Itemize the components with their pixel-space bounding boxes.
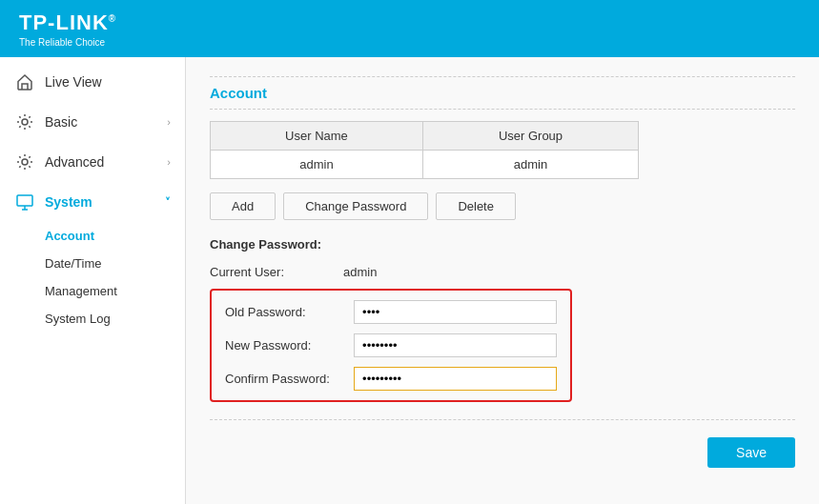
header: TP-LINK® The Reliable Choice: [0, 0, 819, 57]
sidebar-subitem-management[interactable]: Management: [45, 277, 185, 305]
old-password-label: Old Password:: [225, 305, 354, 319]
sidebar-item-live-view[interactable]: Live View: [0, 62, 185, 102]
chevron-down-icon: ˅: [165, 196, 171, 209]
trademark: ®: [109, 12, 116, 23]
sidebar-item-system[interactable]: System ˅: [0, 182, 185, 222]
col-username: User Name: [211, 122, 423, 151]
main-layout: Live View Basic › Advanced ›: [0, 57, 819, 504]
col-usergroup: User Group: [422, 122, 638, 151]
old-password-input[interactable]: [354, 300, 557, 324]
brand-name: TP-LINK: [19, 10, 109, 34]
change-password-button[interactable]: Change Password: [283, 192, 428, 220]
gear2-icon: [14, 151, 35, 172]
action-buttons: Add Change Password Delete: [210, 192, 795, 220]
sidebar-item-advanced[interactable]: Advanced ›: [0, 142, 185, 182]
sidebar-item-label: Live View: [45, 74, 102, 90]
brand-logo: TP-LINK®: [19, 10, 116, 35]
new-password-input[interactable]: [354, 333, 557, 357]
account-table: User Name User Group admin admin: [210, 121, 639, 179]
monitor-icon: [14, 192, 35, 212]
section-title: Account: [210, 76, 795, 110]
home-icon: [14, 71, 35, 92]
divider: [210, 419, 795, 420]
chevron-right-icon: ›: [167, 116, 171, 128]
chevron-right-icon: ›: [167, 156, 171, 168]
sidebar-item-label: Advanced: [45, 154, 104, 170]
cell-usergroup: admin: [422, 151, 638, 179]
gear-icon: [14, 111, 35, 132]
sidebar-item-basic[interactable]: Basic ›: [0, 102, 185, 142]
current-user-row: Current User: admin: [210, 265, 795, 279]
sidebar-subitem-systemlog[interactable]: System Log: [45, 305, 185, 333]
sidebar-subitem-datetime[interactable]: Date/Time: [45, 250, 185, 277]
current-user-value: admin: [343, 265, 377, 279]
svg-point-1: [22, 159, 28, 165]
main-content: Account User Name User Group admin admin…: [186, 57, 819, 504]
save-button[interactable]: Save: [707, 437, 795, 468]
sidebar-item-label: System: [45, 194, 92, 210]
new-password-label: New Password:: [225, 338, 354, 353]
brand-tagline: The Reliable Choice: [19, 37, 116, 48]
delete-button[interactable]: Delete: [436, 192, 516, 220]
password-group: Old Password: New Password: Confirm Pass…: [210, 289, 572, 402]
confirm-password-input[interactable]: [354, 367, 557, 391]
confirm-password-label: Confirm Password:: [225, 372, 354, 386]
svg-rect-2: [17, 195, 32, 206]
add-button[interactable]: Add: [210, 192, 276, 220]
sidebar-subitem-account[interactable]: Account: [45, 222, 185, 250]
sidebar: Live View Basic › Advanced ›: [0, 57, 186, 504]
current-user-label: Current User:: [210, 265, 343, 279]
change-password-title: Change Password:: [210, 237, 795, 252]
save-bar: Save: [210, 430, 795, 475]
svg-point-0: [22, 119, 28, 125]
sidebar-item-label: Basic: [45, 114, 77, 130]
table-row: admin admin: [211, 151, 639, 179]
cell-username: admin: [211, 151, 423, 179]
old-password-row: Old Password:: [225, 300, 557, 324]
new-password-row: New Password:: [225, 333, 557, 357]
confirm-password-row: Confirm Password:: [225, 367, 557, 391]
sidebar-submenu: Account Date/Time Management System Log: [0, 222, 185, 333]
